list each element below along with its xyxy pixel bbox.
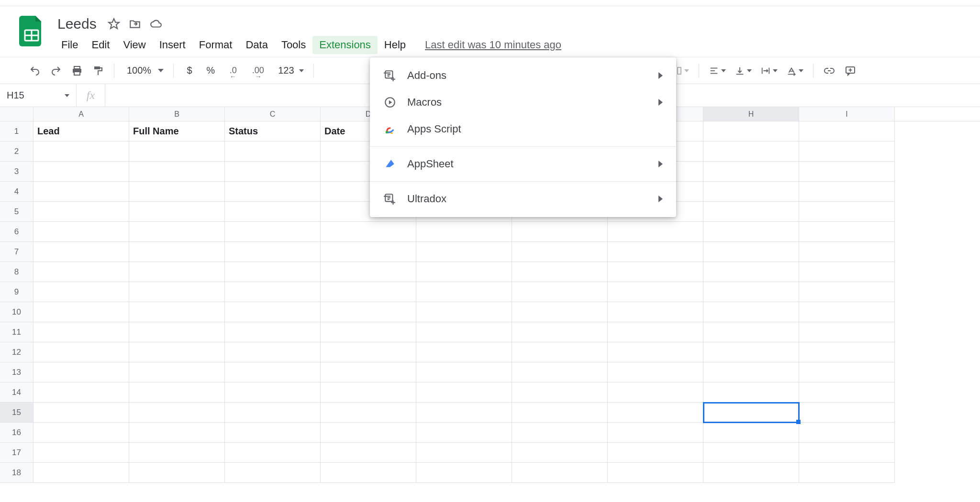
cell[interactable] bbox=[512, 322, 608, 342]
cell[interactable] bbox=[33, 443, 129, 463]
column-header[interactable]: C bbox=[225, 107, 321, 121]
cell[interactable] bbox=[225, 182, 321, 202]
cell[interactable] bbox=[416, 282, 512, 302]
cell[interactable] bbox=[225, 142, 321, 162]
row-header[interactable]: 3 bbox=[0, 162, 33, 182]
cell[interactable] bbox=[703, 342, 799, 362]
format-currency-button[interactable]: $ bbox=[180, 62, 199, 80]
menu-tools[interactable]: Tools bbox=[275, 36, 312, 54]
cell[interactable] bbox=[703, 142, 799, 162]
cell[interactable] bbox=[225, 302, 321, 322]
cell[interactable] bbox=[799, 342, 895, 362]
cell[interactable] bbox=[799, 202, 895, 222]
cell[interactable]: Full Name bbox=[129, 121, 225, 142]
cloud-status-icon[interactable] bbox=[149, 17, 163, 31]
cell[interactable] bbox=[225, 443, 321, 463]
cell[interactable] bbox=[703, 282, 799, 302]
cell[interactable] bbox=[129, 242, 225, 262]
cell[interactable] bbox=[799, 282, 895, 302]
cell[interactable] bbox=[129, 182, 225, 202]
cell[interactable] bbox=[512, 342, 608, 362]
column-header[interactable]: B bbox=[129, 107, 225, 121]
cell[interactable] bbox=[703, 222, 799, 242]
cell[interactable] bbox=[799, 362, 895, 382]
cell[interactable] bbox=[703, 202, 799, 222]
cell[interactable] bbox=[129, 262, 225, 282]
row-header[interactable]: 14 bbox=[0, 382, 33, 403]
last-edit-link[interactable]: Last edit was 10 minutes ago bbox=[425, 39, 561, 51]
cell[interactable] bbox=[512, 302, 608, 322]
cell[interactable] bbox=[416, 262, 512, 282]
row-header[interactable]: 4 bbox=[0, 182, 33, 202]
cell[interactable] bbox=[416, 362, 512, 382]
cell[interactable] bbox=[512, 282, 608, 302]
cell[interactable] bbox=[225, 382, 321, 403]
cell[interactable] bbox=[512, 403, 608, 423]
cell[interactable]: Lead bbox=[33, 121, 129, 142]
cell[interactable] bbox=[608, 262, 703, 282]
undo-icon[interactable] bbox=[26, 62, 44, 80]
cell[interactable] bbox=[321, 423, 416, 443]
cell[interactable] bbox=[225, 342, 321, 362]
cell[interactable] bbox=[225, 322, 321, 342]
cell[interactable] bbox=[225, 262, 321, 282]
cell[interactable] bbox=[512, 443, 608, 463]
cell[interactable] bbox=[416, 342, 512, 362]
cell[interactable] bbox=[608, 242, 703, 262]
cell[interactable] bbox=[321, 362, 416, 382]
cell[interactable] bbox=[703, 382, 799, 403]
cell[interactable] bbox=[512, 262, 608, 282]
cell[interactable] bbox=[416, 463, 512, 483]
insert-comment-icon[interactable] bbox=[841, 62, 859, 80]
cell[interactable] bbox=[608, 302, 703, 322]
row-header[interactable]: 16 bbox=[0, 423, 33, 443]
cell[interactable] bbox=[799, 222, 895, 242]
cell[interactable] bbox=[799, 463, 895, 483]
increase-decimal-button[interactable]: .00→ bbox=[246, 62, 269, 80]
select-all-corner[interactable] bbox=[0, 107, 33, 121]
cell[interactable] bbox=[33, 342, 129, 362]
cell[interactable] bbox=[33, 382, 129, 403]
row-header[interactable]: 18 bbox=[0, 463, 33, 483]
cell[interactable] bbox=[799, 403, 895, 423]
row-header[interactable]: 10 bbox=[0, 302, 33, 322]
cell[interactable] bbox=[703, 403, 799, 423]
column-header[interactable]: A bbox=[33, 107, 129, 121]
cell[interactable] bbox=[703, 162, 799, 182]
cell[interactable] bbox=[225, 202, 321, 222]
row-header[interactable]: 5 bbox=[0, 202, 33, 222]
menu-view[interactable]: View bbox=[116, 36, 152, 54]
extensions-menu-item[interactable]: Add-ons bbox=[370, 62, 676, 89]
cell[interactable] bbox=[799, 182, 895, 202]
cell[interactable] bbox=[129, 403, 225, 423]
name-box[interactable]: H15 bbox=[0, 84, 77, 107]
redo-icon[interactable] bbox=[47, 62, 65, 80]
cell[interactable] bbox=[512, 423, 608, 443]
cell[interactable] bbox=[703, 242, 799, 262]
cell[interactable] bbox=[33, 322, 129, 342]
cell[interactable] bbox=[321, 302, 416, 322]
cell[interactable] bbox=[321, 463, 416, 483]
cell[interactable] bbox=[225, 222, 321, 242]
cell[interactable] bbox=[416, 322, 512, 342]
cell[interactable] bbox=[608, 463, 703, 483]
cell[interactable] bbox=[129, 142, 225, 162]
cell[interactable] bbox=[33, 362, 129, 382]
cell[interactable] bbox=[33, 403, 129, 423]
cell[interactable] bbox=[129, 322, 225, 342]
cell[interactable] bbox=[703, 443, 799, 463]
document-title[interactable]: Leeds bbox=[55, 15, 100, 33]
cell[interactable] bbox=[608, 282, 703, 302]
cell[interactable] bbox=[321, 242, 416, 262]
cell[interactable] bbox=[512, 242, 608, 262]
cell[interactable] bbox=[129, 162, 225, 182]
cell[interactable] bbox=[129, 282, 225, 302]
row-header[interactable]: 9 bbox=[0, 282, 33, 302]
column-header[interactable]: I bbox=[799, 107, 895, 121]
cell[interactable] bbox=[799, 302, 895, 322]
h-align-select[interactable] bbox=[706, 65, 729, 76]
sheets-logo-icon[interactable] bbox=[19, 16, 44, 46]
cell[interactable] bbox=[33, 242, 129, 262]
cell[interactable] bbox=[608, 342, 703, 362]
format-percent-button[interactable]: % bbox=[201, 62, 220, 80]
